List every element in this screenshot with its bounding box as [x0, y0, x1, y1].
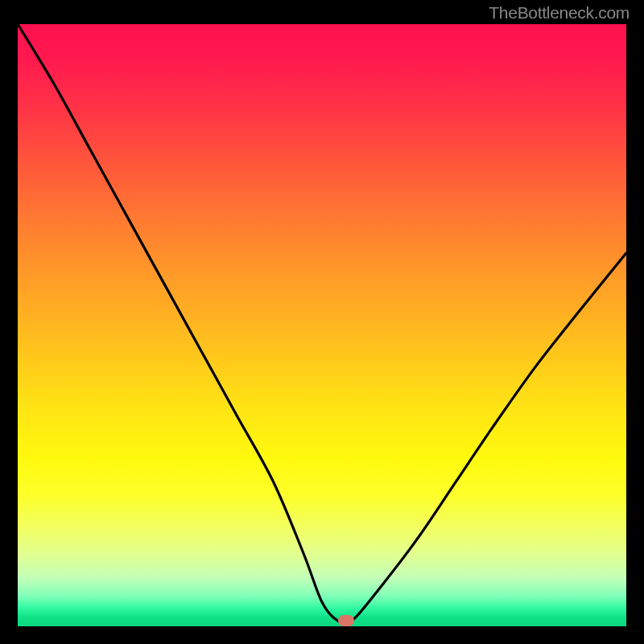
- plot-area: [18, 24, 626, 626]
- bottleneck-curve: [18, 24, 626, 626]
- optimal-point-marker: [338, 615, 354, 626]
- watermark-text: TheBottleneck.com: [489, 3, 630, 23]
- chart-container: TheBottleneck.com: [0, 0, 644, 644]
